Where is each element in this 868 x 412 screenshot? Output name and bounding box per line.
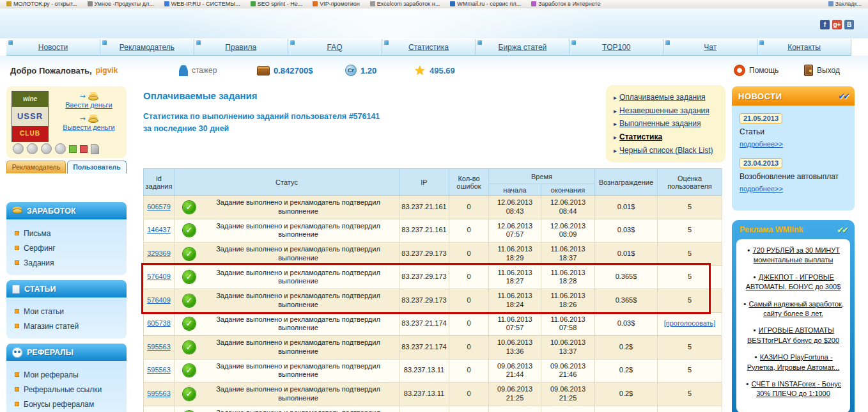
- task-id-link[interactable]: 329369: [147, 250, 171, 257]
- ad-item[interactable]: •СЧЁТ в INSTAForex - Бонус 30% ПЛЕЧО до …: [741, 379, 845, 399]
- news-more-link[interactable]: подробнее>>: [740, 185, 783, 193]
- coins-icon: [12, 209, 22, 214]
- vote-link[interactable]: [проголосовать]: [664, 319, 716, 327]
- sidebar-menu-item[interactable]: Серфинг: [6, 241, 127, 255]
- ad-link[interactable]: ИГРОВЫЕ АВТОМАТЫ BESTforPLAY бонус до $2…: [747, 326, 839, 344]
- arrow-bullet-icon: ▸: [614, 120, 617, 127]
- nav-item[interactable]: Контакты: [757, 39, 851, 55]
- nav-item[interactable]: Новости: [6, 39, 100, 55]
- ad-item[interactable]: •720 РУБЛЕЙ за 30 МИНУТ моментальные вып…: [741, 246, 845, 265]
- quick-menu-link[interactable]: Оплачиваемые задания: [619, 93, 705, 102]
- nav-link[interactable]: TOP100: [602, 43, 630, 52]
- task-id-link[interactable]: 605738: [147, 319, 171, 327]
- status-text: Задание выполнено и рекламодатель подтве…: [216, 198, 380, 215]
- help-button[interactable]: Помощь: [734, 64, 779, 77]
- withdraw-link[interactable]: Вывести деньги: [55, 123, 123, 131]
- tab-advertiser[interactable]: Рекламодатель: [6, 161, 66, 173]
- quick-menu-item[interactable]: ▸Статистика: [614, 131, 718, 144]
- ad-item[interactable]: •Самый надежный заработок, сайту более 8…: [741, 299, 845, 319]
- username-link[interactable]: pigvik: [96, 66, 118, 75]
- sidebar-menu-item[interactable]: Бонусы рефералам: [6, 397, 127, 411]
- bookmark-item[interactable]: VIP-промотион: [313, 1, 360, 7]
- quick-menu-link[interactable]: Черный список (Black List): [619, 146, 713, 155]
- wine-club-banner[interactable]: wine USSR CLUB: [12, 91, 49, 142]
- cell-reward: 0.2$: [595, 383, 658, 406]
- task-id-link[interactable]: 146437: [147, 226, 171, 234]
- sidebar-menu-item[interactable]: Реферальные ссылки: [6, 382, 127, 397]
- ad-link[interactable]: ДЖЕКПОТ - ИГРОВЫЕ АВТОМАТЫ. БОНУС до 300…: [746, 273, 841, 290]
- section-header-earnings: ЗАРАБОТОК: [6, 202, 127, 219]
- nav-link[interactable]: Биржа статей: [499, 43, 547, 52]
- nav-corner-icon: [665, 40, 670, 45]
- nav-item[interactable]: Чат: [663, 39, 757, 55]
- sidebar-menu-item[interactable]: Мои статьи: [6, 304, 127, 319]
- logout-button[interactable]: Выход: [804, 64, 840, 77]
- account-panel: wine USSR CLUB → Ввести деньги → Вывести…: [6, 86, 127, 158]
- exit-door-icon: [804, 65, 813, 76]
- quick-menu-item[interactable]: ▸Незавершенные задания: [614, 104, 718, 118]
- dot-bullet-icon: •: [752, 326, 757, 335]
- social-icons: f g+ B: [820, 20, 854, 29]
- nav-link[interactable]: Чат: [704, 43, 717, 52]
- ad-item[interactable]: •ИГРОВЫЕ АВТОМАТЫ BESTforPLAY бонус до $…: [741, 326, 845, 345]
- task-id-link[interactable]: 606579: [147, 203, 171, 210]
- task-id-link[interactable]: 595563: [147, 343, 171, 351]
- bookmarks-overflow[interactable]: Закладк...: [828, 1, 862, 7]
- trainee-icon: [179, 65, 188, 76]
- cell-user-rating: [658, 406, 722, 412]
- quick-menu-link[interactable]: Статистика: [619, 132, 662, 141]
- bookmark-item[interactable]: МОЛОТОК.ру - открыт...: [6, 1, 77, 7]
- google-plus-icon[interactable]: g+: [832, 20, 842, 29]
- tab-user[interactable]: Пользователь: [67, 161, 127, 173]
- nav-link[interactable]: Правила: [225, 43, 256, 52]
- cell-user-rating: 5: [658, 336, 722, 360]
- quick-menu-item[interactable]: ▸Черный список (Black List): [614, 144, 718, 157]
- nav-item[interactable]: Биржа статей: [476, 39, 570, 55]
- quick-menu-link[interactable]: Выполненные задания: [619, 119, 701, 128]
- task-id-link[interactable]: 576409: [147, 273, 171, 280]
- ad-item[interactable]: •ДЖЕКПОТ - ИГРОВЫЕ АВТОМАТЫ. БОНУС до 30…: [741, 273, 845, 292]
- task-id-link[interactable]: 595563: [147, 366, 171, 374]
- bookmark-item[interactable]: Excelcom заработок н...: [370, 1, 440, 7]
- ad-link[interactable]: Самый надежный заработок, сайту более 8 …: [749, 300, 844, 317]
- sidebar-menu-item[interactable]: Письма: [6, 226, 127, 241]
- nav-link[interactable]: FAQ: [327, 43, 343, 52]
- bookmark-item[interactable]: SEO sprint - Не...: [251, 1, 303, 7]
- sidebar-menu-item[interactable]: Магазин статей: [6, 319, 127, 333]
- nav-link[interactable]: Статистика: [408, 43, 449, 52]
- task-id-link[interactable]: 595563: [147, 390, 171, 397]
- deposit-link[interactable]: Ввести деньги: [55, 101, 123, 109]
- facebook-icon[interactable]: f: [820, 20, 830, 29]
- ad-link[interactable]: СЧЁТ в INSTAForex - Бонус 30% ПЛЕЧО до 1…: [751, 380, 841, 397]
- nav-link[interactable]: Контакты: [787, 43, 821, 52]
- sidebar-menu-item[interactable]: Задания: [6, 255, 127, 270]
- nav-item[interactable]: Статистика: [382, 39, 476, 55]
- col-header-time-end: окончания: [541, 184, 595, 196]
- ad-item[interactable]: •КАЗИНО PlayFortuna - Рулетка, Игровые А…: [741, 353, 845, 372]
- cell-time-start: 09.06.201321:44: [489, 359, 541, 383]
- task-id-link[interactable]: 576409: [147, 296, 171, 304]
- nav-item[interactable]: Правила: [194, 39, 288, 55]
- bookmark-item[interactable]: Заработок в Интернете: [531, 1, 600, 7]
- bookmark-item[interactable]: Умное -Продукты дл...: [88, 1, 154, 7]
- ad-link[interactable]: 720 РУБЛЕЙ за 30 МИНУТ моментальные выпл…: [753, 246, 840, 264]
- bookmark-item[interactable]: WMmail.ru - сервис пл...: [450, 1, 521, 7]
- nav-item[interactable]: Рекламодатель: [100, 39, 194, 55]
- quick-menu-link[interactable]: Незавершенные задания: [619, 106, 709, 115]
- news-item: 21.05.2013 Статьи подробнее>>: [740, 112, 847, 149]
- bookmark-item[interactable]: WEB-IP.RU - СИСТЕМЫ...: [164, 1, 240, 7]
- vk-icon[interactable]: B: [844, 20, 854, 29]
- cell-task-id: 605738: [144, 312, 174, 336]
- bullet-icon: [15, 324, 19, 328]
- user-balance: 0.842700$: [257, 64, 313, 77]
- quick-menu-item[interactable]: ▸Оплачиваемые задания: [614, 91, 718, 104]
- nav-item[interactable]: TOP100: [570, 39, 663, 55]
- sidebar-menu-item[interactable]: Мои рефералы: [6, 367, 127, 382]
- nav-link[interactable]: Рекламодатель: [120, 43, 174, 52]
- news-more-link[interactable]: подробнее>>: [740, 140, 783, 148]
- ad-link[interactable]: КАЗИНО PlayFortuna - Рулетка, Игровые Ав…: [747, 353, 840, 370]
- quick-menu-item[interactable]: ▸Выполненные задания: [614, 117, 718, 131]
- nav-item[interactable]: FAQ: [288, 39, 382, 55]
- cell-task-id: 576409: [144, 289, 174, 313]
- nav-link[interactable]: Новости: [38, 43, 68, 52]
